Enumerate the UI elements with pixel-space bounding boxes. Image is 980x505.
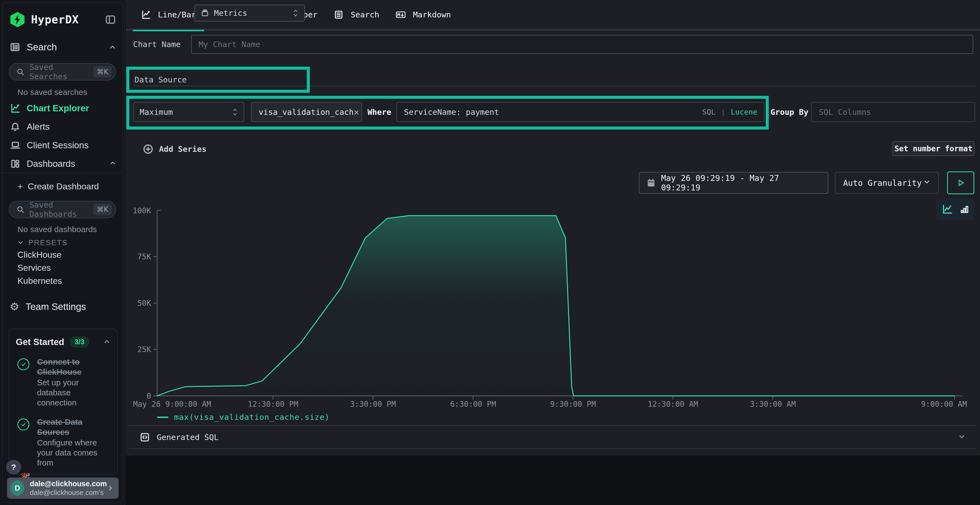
select-updown-icon [232, 108, 238, 117]
sidebar-item-label: Dashboards [27, 159, 75, 169]
create-dashboard-label: Create Dashboard [28, 181, 99, 192]
chart-legend[interactable]: max(visa_validation_cache.size) [157, 413, 330, 422]
play-icon [956, 178, 965, 187]
query-language-toggle: SQL | Lucene [702, 108, 757, 116]
sidebar-preset-services[interactable]: Services [18, 263, 51, 273]
legend-label: max(visa_validation_cache.size) [174, 413, 330, 422]
sidebar-section-search[interactable]: Search [10, 40, 116, 54]
user-menu[interactable]: D dale@clickhouse.com dale@clickhouse.co… [7, 478, 119, 499]
help-button[interactable]: ? [6, 460, 21, 475]
no-saved-dashboards-text: No saved dashboards [18, 225, 97, 234]
x-axis-tick: May 26 9:00:00 AM [133, 400, 211, 409]
calendar-icon [647, 178, 655, 187]
plus-icon: + [18, 181, 23, 192]
sidebar-collapse-icon[interactable] [105, 14, 116, 25]
lucene-toggle[interactable]: Lucene [731, 108, 757, 116]
chevron-right-icon [107, 484, 115, 492]
get-started-progress-badge: 3/3 [70, 336, 89, 348]
tab-label: Markdown [413, 10, 451, 19]
select-updown-icon [293, 8, 299, 18]
sidebar: HyperDX Search Saved Se [0, 0, 125, 505]
y-axis-tick: 75K [137, 252, 151, 261]
saved-searches-placeholder: Saved Searches [29, 63, 93, 81]
team-settings-label: Team Settings [25, 301, 86, 312]
kbd-shortcut-badge: ⌘K [93, 204, 111, 215]
get-started-item-connect[interactable]: Connect to ClickHouse Set up your databa… [16, 357, 111, 408]
check-circle-icon [18, 418, 29, 430]
get-started-header[interactable]: Get Started 3/3 [16, 336, 111, 348]
data-source-label: Data Source [134, 75, 187, 84]
presets-toggle[interactable]: PRESETS [17, 238, 68, 247]
sidebar-item-client-sessions[interactable]: Client Sessions [10, 138, 116, 152]
sidebar-preset-kubernetes[interactable]: Kubernetes [18, 276, 62, 286]
chevron-down-icon [17, 239, 24, 246]
search-icon [16, 205, 24, 214]
create-dashboard-button[interactable]: + Create Dashboard [18, 180, 99, 193]
saved-dashboards-input[interactable]: Saved Dashboards ⌘K [9, 201, 116, 218]
sidebar-item-alerts[interactable]: Alerts [10, 120, 116, 134]
search-section-label: Search [27, 41, 57, 52]
tab-search[interactable]: Search [326, 0, 387, 30]
check-circle-icon [18, 358, 29, 370]
get-started-item-title: Create Data Sources [37, 417, 111, 437]
group-by-input[interactable] [811, 102, 975, 122]
x-axis-tick: 9:30:00 PM [550, 400, 596, 409]
sidebar-item-team-settings[interactable]: ⚙ Team Settings [10, 300, 116, 313]
sidebar-item-chart-explorer[interactable]: Chart Explorer [10, 101, 116, 115]
markdown-icon [396, 10, 406, 20]
get-started-item-data-sources[interactable]: Create Data Sources Configure where your… [16, 417, 111, 468]
presets-label: PRESETS [28, 238, 68, 247]
bell-icon [10, 122, 21, 132]
data-source-row: Data Source [126, 67, 310, 93]
kbd-shortcut-badge: ⌘K [93, 66, 111, 78]
chart-name-label: Chart Name [133, 40, 181, 49]
chart-name-input[interactable] [191, 35, 973, 54]
gear-icon: ⚙ [10, 301, 19, 313]
chevron-down-icon [958, 433, 966, 442]
sidebar-item-dashboards[interactable]: Dashboards [10, 157, 116, 171]
run-query-button[interactable] [947, 172, 974, 194]
list-document-icon [334, 10, 344, 20]
set-number-format-button[interactable]: Set number format [892, 141, 975, 156]
plus-circle-icon [143, 144, 154, 154]
granularity-value: Auto Granularity [843, 178, 922, 188]
tab-line-bar[interactable]: Line/Bar [133, 0, 204, 30]
granularity-select[interactable]: Auto Granularity [835, 172, 939, 194]
get-started-item-desc: Configure where your data comes from [37, 438, 111, 468]
where-label: Where [368, 102, 391, 122]
generated-sql-toggle[interactable]: Generated SQL [129, 425, 977, 449]
saved-searches-input[interactable]: Saved Searches ⌘K [9, 63, 116, 81]
aggregation-value: Maximum [140, 108, 173, 117]
metric-chip[interactable]: visa_validation_cach × [251, 102, 362, 122]
chart-plot-area[interactable]: 100K 75K 50K 25K 0 May 26 9:00:00 AM 12:… [157, 210, 963, 396]
get-started-panel: Get Started 3/3 Connect to ClickHouse Se… [9, 329, 118, 475]
data-source-select[interactable]: Metrics [194, 5, 305, 22]
legend-line-swatch [157, 416, 169, 418]
date-range-value: May 26 09:29:19 - May 27 09:29:19 [661, 173, 820, 192]
tab-markdown[interactable]: Markdown [387, 0, 459, 30]
search-icon [16, 68, 24, 76]
date-range-input[interactable]: May 26 09:29:19 - May 27 09:29:19 [639, 172, 828, 194]
sidebar-preset-clickhouse[interactable]: ClickHouse [18, 250, 62, 260]
x-axis-tick: 9:00:00 AM [921, 400, 967, 409]
y-axis-tick: 0 [146, 392, 151, 400]
get-started-title: Get Started [16, 337, 64, 347]
where-input[interactable]: ServiceName: payment SQL | Lucene [396, 102, 764, 122]
x-axis-tick: 6:30:00 PM [450, 400, 496, 409]
chart-explorer-icon [10, 103, 21, 113]
close-icon[interactable]: × [354, 106, 359, 118]
code-icon [140, 432, 150, 442]
app-title: HyperDX [31, 13, 79, 26]
metric-name: visa_validation_cach [259, 108, 354, 117]
no-saved-searches-text: No saved searches [18, 87, 88, 97]
y-axis-tick: 25K [137, 345, 151, 354]
x-axis-tick: 12:30:00 PM [248, 400, 298, 409]
sql-toggle[interactable]: SQL [702, 108, 715, 116]
add-series-button[interactable]: Add Series [143, 142, 207, 156]
logo-row: HyperDX [10, 11, 116, 28]
aggregation-select[interactable]: Maximum [133, 102, 244, 122]
main-content: Line/Bar Table 123 Number Search [126, 0, 980, 505]
x-axis-tick: 3:30:00 AM [750, 400, 796, 409]
chevron-up-icon [103, 338, 111, 346]
saved-dashboards-placeholder: Saved Dashboards [29, 200, 93, 219]
